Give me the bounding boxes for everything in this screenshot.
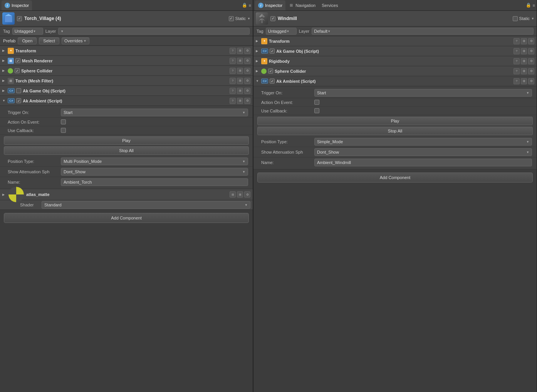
component-filter-left[interactable]: ▦ Torch (Mesh Filter) ? ⊞ ⚙ [0,76,253,86]
component-akgameobj-left[interactable]: C# Ak Game Obj (Script) ? ⊞ ⚙ [0,86,253,96]
material-align-btn-left[interactable]: ⊞ [237,191,243,198]
tab-inspector-right[interactable]: i Inspector [255,0,285,10]
play-btn-left[interactable]: Play [4,136,249,145]
comp-settings-rigidbody-right[interactable]: ⚙ [528,58,534,64]
mesh-enabled-left[interactable] [15,58,20,63]
static-checkbox-left[interactable] [229,16,234,21]
expand-mesh-left[interactable] [2,59,6,62]
comp-help-collider-right[interactable]: ? [514,68,520,74]
comp-settings-transform-right[interactable]: ⚙ [528,38,534,44]
stop-all-btn-right[interactable]: Stop All [257,127,533,135]
position-type-dropdown-left[interactable]: Multi Position_Mode ▼ [61,157,248,165]
comp-help-mesh-left[interactable]: ? [230,58,236,64]
shader-dropdown-left[interactable]: Standard ▼ [42,201,250,209]
comp-settings-filter-left[interactable]: ⚙ [244,78,250,84]
comp-align-transform-right[interactable]: ⊞ [521,38,527,44]
component-akambient-right[interactable]: C# Ak Ambient (Script) ? ⊞ ⚙ [253,76,537,86]
object-enabled-checkbox-right[interactable] [270,16,275,21]
comp-align-rigidbody-right[interactable]: ⊞ [521,58,527,64]
comp-help-transform-right[interactable]: ? [514,38,520,44]
expand-akgameobj-right[interactable] [256,49,260,53]
comp-settings-akgameobj-left[interactable]: ⚙ [244,88,250,94]
comp-align-transform-left[interactable]: ⊞ [237,48,243,54]
material-copy-btn-left[interactable]: ⊞ [230,191,236,198]
material-settings-btn-left[interactable]: ⚙ [244,191,250,198]
collider-enabled-right[interactable] [268,69,273,74]
use-callback-checkbox-left[interactable] [61,128,66,133]
tab-inspector-left[interactable]: i Inspector [2,0,32,10]
component-collider-left[interactable]: Sphere Collider ? ⊞ ⚙ [0,66,253,76]
add-component-btn-left[interactable]: Add Component [4,213,249,223]
prefab-open-btn[interactable]: Open [18,37,37,44]
comp-settings-mesh-left[interactable]: ⚙ [244,58,250,64]
lock-icon-left[interactable]: 🔒 [242,3,247,8]
expand-akambient-left[interactable] [2,99,6,102]
tag-dropdown-right[interactable]: Untagged ▼ [266,28,297,35]
expand-material-left[interactable] [2,193,6,196]
component-akambient-left[interactable]: C# Ak Ambient (Script) ? ⊞ ⚙ [0,96,253,106]
expand-filter-left[interactable] [2,79,6,82]
akgameobj-enabled-left[interactable] [16,88,21,93]
collider-enabled-left[interactable] [15,68,20,73]
layer-dropdown-left[interactable]: ▼ [58,28,250,35]
component-collider-right[interactable]: Sphere Collider ? ⊞ ⚙ [253,66,537,76]
component-akgameobj-right[interactable]: C# Ak Game Obj (Script) ? ⊞ ⚙ [253,46,537,56]
expand-transform-left[interactable] [2,49,6,52]
use-callback-checkbox-right[interactable] [314,108,319,113]
static-checkbox-right[interactable] [513,16,518,21]
name-value-left[interactable]: Ambient_Torch [61,178,248,186]
action-on-event-checkbox-left[interactable] [61,119,66,124]
akambient-enabled-left[interactable] [16,98,21,103]
prefab-overrides-btn[interactable]: Overrides ▼ [62,37,89,44]
tag-dropdown-left[interactable]: Untagged ▼ [12,28,43,35]
component-mesh-left[interactable]: ▦ Mesh Renderer ? ⊞ ⚙ [0,56,253,66]
tab-services-right[interactable]: Services [319,0,341,10]
layer-dropdown-right[interactable]: Default ▼ [312,28,534,35]
expand-rigidbody-right[interactable] [256,59,260,63]
add-component-btn-right[interactable]: Add Component [257,173,533,183]
trigger-on-dropdown-right[interactable]: Start ▼ [314,89,532,97]
comp-settings-collider-left[interactable]: ⚙ [244,68,250,74]
expand-collider-left[interactable] [2,69,6,72]
name-value-right[interactable]: Ambient_Windmill [314,159,532,166]
comp-align-mesh-left[interactable]: ⊞ [237,58,243,64]
comp-settings-akambient-right[interactable]: ⚙ [528,78,534,84]
component-transform-left[interactable]: ✦ Transform ? ⊞ ⚙ [0,46,253,56]
comp-settings-akambient-left[interactable]: ⚙ [244,98,250,104]
comp-help-transform-left[interactable]: ? [230,48,236,54]
show-attenuation-dropdown-left[interactable]: Dont_Show ▼ [61,168,248,176]
expand-transform-right[interactable] [256,39,260,43]
menu-icon-right[interactable]: ≡ [533,3,535,8]
expand-collider-right[interactable] [256,69,260,73]
expand-akgameobj-left[interactable] [2,89,6,92]
trigger-on-dropdown-left[interactable]: Start ▼ [61,109,248,116]
comp-help-collider-left[interactable]: ? [230,68,236,74]
comp-align-filter-left[interactable]: ⊞ [237,78,243,84]
static-dropdown-arrow-right[interactable]: ▼ [531,17,534,20]
comp-help-akambient-left[interactable]: ? [230,98,236,104]
comp-align-akambient-left[interactable]: ⊞ [237,98,243,104]
comp-align-akgameobj-left[interactable]: ⊞ [237,88,243,94]
tab-navigation-right[interactable]: ⊞ Navigation [285,0,319,10]
object-enabled-checkbox-left[interactable] [17,16,22,21]
comp-settings-collider-right[interactable]: ⚙ [528,68,534,74]
comp-help-akambient-right[interactable]: ? [514,78,520,84]
component-rigidbody-right[interactable]: ✦ Rigidbody ? ⊞ ⚙ [253,56,537,66]
stop-all-btn-left[interactable]: Stop All [4,146,249,155]
akambient-enabled-right[interactable] [270,79,275,84]
expand-akambient-right[interactable] [256,79,260,83]
show-attenuation-dropdown-right[interactable]: Dont_Show ▼ [314,148,532,156]
comp-align-akambient-right[interactable]: ⊞ [521,78,527,84]
comp-settings-transform-left[interactable]: ⚙ [244,48,250,54]
menu-icon-left[interactable]: ≡ [249,3,251,8]
comp-settings-akgameobj-right[interactable]: ⚙ [528,48,534,54]
comp-align-collider-right[interactable]: ⊞ [521,68,527,74]
comp-help-filter-left[interactable]: ? [230,78,236,84]
component-transform-right[interactable]: ✦ Transform ? ⊞ ⚙ [253,36,537,46]
akgameobj-enabled-right[interactable] [270,49,275,54]
comp-align-akgameobj-right[interactable]: ⊞ [521,48,527,54]
comp-align-collider-left[interactable]: ⊞ [237,68,243,74]
prefab-select-btn[interactable]: Select [39,37,59,44]
play-btn-right[interactable]: Play [257,117,533,125]
lock-icon-right[interactable]: 🔒 [526,3,531,8]
